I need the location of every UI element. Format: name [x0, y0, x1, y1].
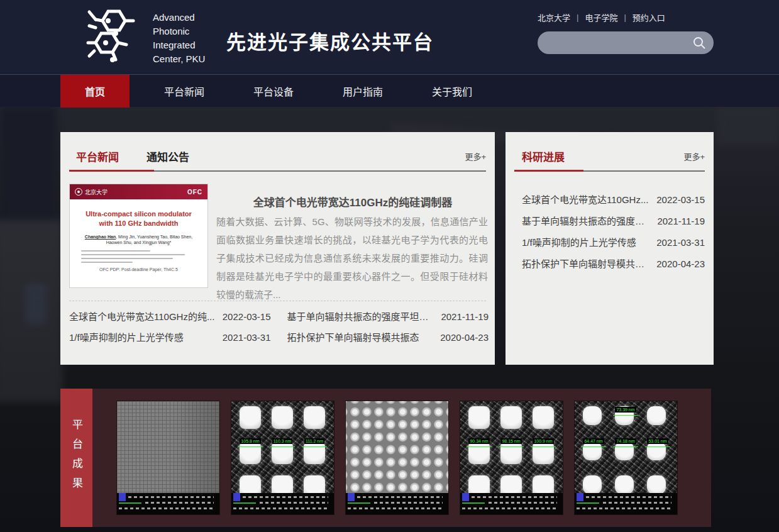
sem-image-1[interactable]: [117, 401, 219, 514]
sem-metadata-bar: [231, 493, 334, 514]
fine-print-line: [81, 254, 185, 255]
research-item-title: 全球首个电光带宽达110GHz...: [522, 192, 648, 206]
sem-square: [240, 406, 261, 429]
research-item-title: 1/f噪声抑制的片上光学传感: [522, 235, 636, 248]
news-more-link[interactable]: 更多+: [465, 150, 486, 162]
research-title-underline: [514, 170, 583, 172]
sem-square: [533, 406, 554, 429]
sem-scale-bar: [348, 502, 370, 504]
sem-image-4[interactable]: 90.34 nm 98.15 nm 100.9 nm: [460, 401, 563, 514]
sem-logo-chip: [233, 493, 240, 501]
slide-footer: OFC PDP: Post-deadline Paper, Th4C.5: [70, 267, 207, 272]
sem-square: [500, 406, 522, 429]
sem-faux-text: [489, 502, 557, 504]
sem-faux-text: [233, 507, 328, 509]
featured-news-thumbnail[interactable]: 北京大学 OFC Ultra-compact silicon modulator…: [69, 184, 208, 288]
news-list-item[interactable]: 1/f噪声抑制的片上光学传感 2021-03-31: [69, 330, 271, 343]
background-shape: [25, 286, 47, 324]
sem-faux-text: [462, 507, 557, 509]
news-list-item[interactable]: 全球首个电光带宽达110GHz的纯... 2022-03-15: [69, 309, 271, 323]
news-item-title: 全球首个电光带宽达110GHz的纯...: [69, 309, 214, 323]
sem-image-2[interactable]: 105.8 nm 110.3 nm 111.2 nm: [231, 401, 334, 514]
sem-faux-text: [128, 496, 214, 498]
logo-line: Center, PKU: [153, 52, 205, 66]
research-panel: 科研进展 更多+ 全球首个电光带宽达110GHz... 2022-03-15 基…: [506, 132, 714, 365]
sem-metadata-bar: [460, 493, 563, 514]
nav-item-guide[interactable]: 用户指南: [328, 75, 397, 108]
featured-article-excerpt: 随着大数据、云计算、5G、物联网等技术的发展，信息通信产业面临数据业务量快速增长…: [216, 213, 488, 304]
research-more-link[interactable]: 更多+: [683, 150, 705, 162]
research-list-item[interactable]: 1/f噪声抑制的片上光学传感 2021-03-31: [522, 235, 705, 248]
news-list-item[interactable]: 基于单向辐射共振态的强度平坦相... 2021-11-19: [287, 309, 489, 323]
slide-author-rest: , Ming Jin, Yuansheng Tao, Bitao Shen, H…: [106, 235, 193, 245]
news-item-date: 2022-03-15: [223, 311, 271, 322]
fine-print-line: [81, 262, 133, 263]
measurement-label: 105.8 nm: [238, 434, 263, 447]
sem-square: [647, 475, 666, 493]
sem-micrograph: 90.34 nm 98.15 nm 100.9 nm: [460, 401, 563, 493]
news-panel: 平台新闻 通知公告 更多+ 北京大学 OFC Ultra-compact sil…: [60, 132, 495, 365]
sem-square: [615, 475, 634, 493]
slide-banner: 北京大学 OFC: [70, 184, 207, 199]
pku-seal-icon: [75, 188, 82, 196]
news-list-item[interactable]: 拓扑保护下单向辐射导模共振态 2020-04-23: [287, 330, 489, 343]
slide-title: Ultra-compact silicon modulator with 110…: [70, 209, 207, 228]
news-item-title: 基于单向辐射共振态的强度平坦相...: [287, 309, 435, 323]
sem-square: [468, 406, 490, 429]
nav-item-news[interactable]: 平台新闻: [150, 75, 219, 108]
research-list-item[interactable]: 拓扑保护下单向辐射导模共振... 2020-04-23: [522, 257, 705, 270]
sem-image-3[interactable]: [346, 401, 448, 514]
tab-notices[interactable]: 通知公告: [146, 148, 189, 164]
site-header: Advanced Photonic Integrated Center, PKU…: [0, 0, 779, 74]
sem-faux-text: [260, 502, 328, 504]
sem-scale-bar: [462, 502, 485, 504]
research-list-item[interactable]: 基于单向辐射共振态的强度平... 2021-11-19: [522, 214, 705, 227]
sem-square: [272, 406, 293, 429]
search-icon[interactable]: [688, 32, 710, 53]
featured-article-title[interactable]: 全球首个电光带宽达110GHz的纯硅调制器: [218, 194, 488, 209]
link-school[interactable]: 电子学院: [585, 11, 617, 23]
slide-university: 北京大学: [85, 188, 108, 196]
sem-logo-chip: [462, 493, 469, 501]
nav-item-about[interactable]: 关于我们: [417, 75, 487, 108]
nav-item-equipment[interactable]: 平台设备: [239, 75, 308, 108]
measurement-label: 64.47 nm: [581, 434, 606, 447]
link-divider: |: [577, 13, 578, 22]
link-reservation[interactable]: 预约入口: [633, 11, 665, 23]
page: Advanced Photonic Integrated Center, PKU…: [0, 0, 779, 532]
sem-faux-text: [603, 502, 671, 504]
measurement-label: 53.01 nm: [645, 434, 670, 447]
search-input[interactable]: [538, 31, 688, 54]
sem-faux-text: [374, 502, 443, 504]
measurement-label: 73.39 nm: [613, 402, 638, 416]
sem-faux-text: [577, 507, 671, 509]
measurement-label: 100.9 nm: [531, 434, 556, 447]
achievements-tab-label: 平台成果: [69, 419, 84, 497]
research-item-date: 2022-03-15: [656, 194, 705, 205]
active-tab-underline: [69, 170, 154, 172]
link-pku[interactable]: 北京大学: [538, 11, 570, 23]
research-panel-title: 科研进展: [522, 148, 565, 164]
sem-square: [647, 406, 666, 425]
research-list-item[interactable]: 全球首个电光带宽达110GHz... 2022-03-15: [522, 192, 705, 206]
sem-faux-text: [119, 507, 214, 509]
slide-author-lead: Changhao Han: [85, 235, 116, 239]
sem-square: [272, 475, 293, 493]
sem-image-5[interactable]: 73.39 nm 64.47 nm 74.18 nm 53.01 nm: [575, 401, 677, 514]
sem-faux-text: [348, 507, 443, 509]
slide-authors: Changhao Han, Ming Jin, Yuansheng Tao, B…: [70, 234, 207, 245]
logo-line: Integrated: [153, 38, 205, 52]
achievements-tab[interactable]: 平台成果: [60, 389, 92, 527]
page-title: 先进光子集成公共平台: [226, 26, 434, 55]
top-links: 北京大学 | 电子学院 | 预约入口: [538, 11, 665, 23]
achievements-strip: 105.8 nm 110.3 nm 111.2 nm: [92, 389, 711, 527]
sem-scale-bar: [233, 502, 256, 504]
sem-metadata-bar: [575, 493, 677, 514]
tab-platform-news[interactable]: 平台新闻: [76, 148, 119, 164]
news-list: 全球首个电光带宽达110GHz的纯... 2022-03-15 基于单向辐射共振…: [69, 309, 489, 343]
nav-item-home[interactable]: 首页: [60, 75, 130, 108]
sem-logo-chip: [119, 493, 126, 501]
pku-seal-and-name: 北京大学: [75, 188, 108, 196]
site-logo-icon[interactable]: [80, 7, 143, 67]
sem-square: [468, 475, 490, 493]
